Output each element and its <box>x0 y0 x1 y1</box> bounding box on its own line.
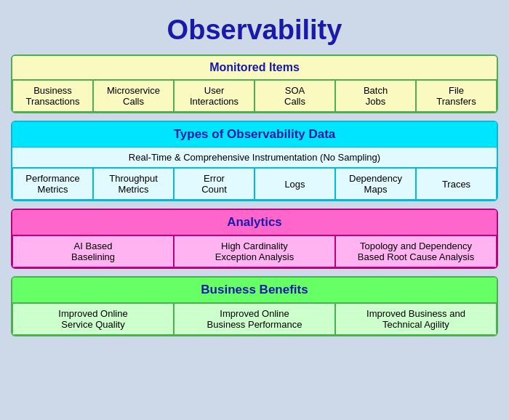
cell-item: Business Transactions <box>12 80 93 112</box>
cell-item: Dependency Maps <box>335 168 416 200</box>
cell-item: AI Based Baselining <box>12 235 174 267</box>
monitored-items-section: Monitored Items Business TransactionsMic… <box>11 54 498 113</box>
cell-item: Error Count <box>174 168 254 200</box>
cell-item: High Cardinality Exception Analysis <box>174 235 335 267</box>
cell-item: File Transfers <box>416 80 497 112</box>
cell-item: Microservice Calls <box>93 80 174 112</box>
cell-item: Improved Business and Technical Agility <box>335 303 497 335</box>
analytics-header: Analytics <box>12 210 497 235</box>
cell-item: Batch Jobs <box>335 80 416 112</box>
cell-item: Logs <box>254 168 335 200</box>
monitored-items-row: Business TransactionsMicroservice CallsU… <box>12 80 497 112</box>
benefits-header: Business Benefits <box>12 278 497 303</box>
cell-item: Traces <box>416 168 497 200</box>
monitored-items-header: Monitored Items <box>12 56 497 80</box>
cell-item: Improved Online Business Performance <box>174 303 335 335</box>
instrumentation-row: Real-Time & Comprehensive Instrumentatio… <box>12 148 497 168</box>
cell-item: Performance Metrics <box>12 168 93 200</box>
cell-item: User Interactions <box>174 80 254 112</box>
benefits-items-row: Improved Online Service QualityImproved … <box>12 303 497 335</box>
analytics-section: Analytics AI Based BaseliningHigh Cardin… <box>11 209 498 269</box>
cell-item: SOA Calls <box>254 80 335 112</box>
types-header: Types of Observability Data <box>12 122 497 148</box>
cell-item: Throughput Metrics <box>93 168 174 200</box>
cell-item: Topology and Dependency Based Root Cause… <box>335 235 497 267</box>
cell-item: Improved Online Service Quality <box>12 303 174 335</box>
page-title: Observability <box>167 7 342 54</box>
types-section: Types of Observability Data Real-Time & … <box>11 121 498 201</box>
analytics-items-row: AI Based BaseliningHigh Cardinality Exce… <box>12 235 497 267</box>
benefits-section: Business Benefits Improved Online Servic… <box>11 276 498 336</box>
types-items-row: Performance MetricsThroughput MetricsErr… <box>12 168 497 200</box>
